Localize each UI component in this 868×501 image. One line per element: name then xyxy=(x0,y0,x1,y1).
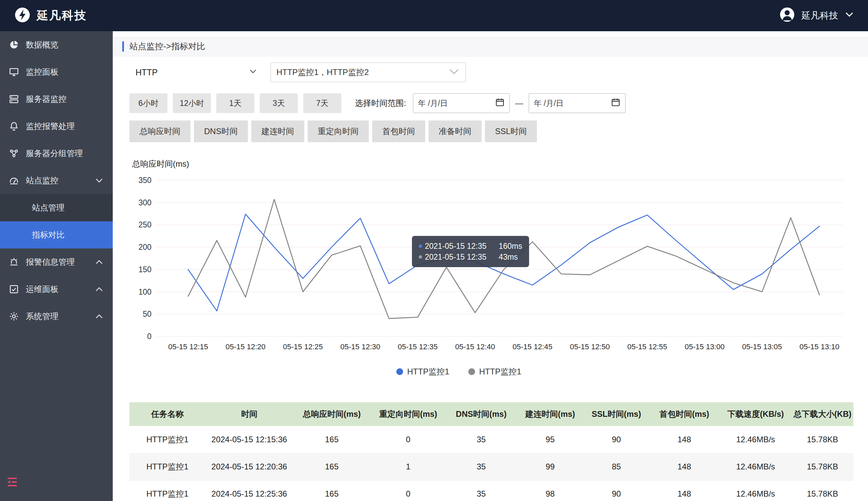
gauge-icon xyxy=(9,175,20,186)
date-end-input[interactable]: 年 /月/日 xyxy=(529,93,625,113)
time-range-label: 选择时间范围: xyxy=(355,98,406,109)
user-menu[interactable]: 延凡科技 xyxy=(779,7,855,25)
bell-icon xyxy=(9,121,20,132)
sidebar-item-server-groups[interactable]: 服务器分组管理 xyxy=(0,140,113,167)
time-range-button-0[interactable]: 6小时 xyxy=(129,93,167,113)
chevron-down-icon xyxy=(448,65,460,79)
svg-text:50: 50 xyxy=(142,310,151,318)
metric-button-6[interactable]: SSL时间 xyxy=(485,120,537,142)
tooltip-dot-icon xyxy=(419,255,422,259)
sidebar-collapse-icon[interactable] xyxy=(6,475,19,489)
sidebar-item-alarm-info[interactable]: 报警信息管理 xyxy=(0,248,113,276)
sidebar-item-server-monitor[interactable]: 服务器监控 xyxy=(0,86,113,113)
time-range-button-1[interactable]: 12小时 xyxy=(173,93,211,113)
legend-dot-icon xyxy=(468,368,475,375)
chevron-up-icon xyxy=(94,285,104,294)
date-start-input[interactable]: 年 /月/日 xyxy=(413,93,510,113)
user-name: 延凡科技 xyxy=(802,10,838,22)
table-cell: 99 xyxy=(517,453,584,480)
table-header-cell: 总响应时间(ms) xyxy=(293,402,370,426)
table-cell: 98 xyxy=(517,480,584,501)
table-cell: HTTP监控1 xyxy=(129,453,205,480)
svg-text:05-15 12:25: 05-15 12:25 xyxy=(283,342,322,351)
table-header-row: 任务名称时间总响应时间(ms)重定向时间(ms)DNS时间(ms)建连时间(ms… xyxy=(129,402,854,426)
chart-legend: HTTP监控1HTTP监控1 xyxy=(129,366,788,377)
sidebar-item-system-manage[interactable]: 系统管理 xyxy=(0,303,113,330)
tooltip-dot-icon xyxy=(419,244,422,248)
time-range-button-3[interactable]: 3天 xyxy=(260,93,298,113)
chevron-up-icon xyxy=(94,257,104,267)
sidebar-item-data-overview[interactable]: 数据概览 xyxy=(0,31,113,58)
siren-icon xyxy=(9,257,20,267)
metric-button-5[interactable]: 准备时间 xyxy=(428,120,481,142)
monitor-select[interactable]: HTTP监控1，HTTP监控2 xyxy=(271,63,466,82)
table-cell: 35 xyxy=(446,480,517,501)
metric-button-3[interactable]: 重定向时间 xyxy=(308,120,369,142)
svg-text:05-15 12:40: 05-15 12:40 xyxy=(455,342,495,351)
svg-text:05-15 12:45: 05-15 12:45 xyxy=(512,342,552,351)
svg-text:05-15 12:35: 05-15 12:35 xyxy=(398,342,437,351)
sidebar-item-ops-panel[interactable]: 运维面板 xyxy=(0,276,113,303)
table-row: HTTP监控12024-05-15 12:15:3616503595901481… xyxy=(129,426,854,453)
sidebar-subitem-label: 站点管理 xyxy=(32,202,64,213)
gear-icon xyxy=(9,311,20,322)
table-cell: 12.46MB/s xyxy=(720,426,792,453)
chevron-down-icon xyxy=(248,67,257,78)
table-cell: 148 xyxy=(649,480,720,501)
chart: 05010015020025030035005-15 12:1505-15 12… xyxy=(129,171,854,362)
table-cell: HTTP监控1 xyxy=(129,480,205,501)
metrics-table: 任务名称时间总响应时间(ms)重定向时间(ms)DNS时间(ms)建连时间(ms… xyxy=(129,402,854,501)
ops-icon xyxy=(9,284,20,295)
time-range-button-2[interactable]: 1天 xyxy=(216,93,254,113)
tooltip-row: 2021-05-15 12:3543ms xyxy=(419,252,522,263)
sidebar-subitem-site-manage[interactable]: 站点管理 xyxy=(0,194,113,221)
legend-item-0[interactable]: HTTP监控1 xyxy=(396,366,449,377)
sidebar-item-label: 服务器分组管理 xyxy=(26,148,104,159)
metric-button-0[interactable]: 总响应时间 xyxy=(129,120,191,142)
sidebar-item-alert-handling[interactable]: 监控报警处理 xyxy=(0,113,113,140)
tooltip-value: 43ms xyxy=(499,253,518,262)
protocol-select[interactable]: HTTP xyxy=(132,63,262,82)
table-header-cell: 下载速度(KB/s) xyxy=(720,402,792,426)
table-cell: 15.78KB xyxy=(792,453,854,480)
table-cell: 15.78KB xyxy=(792,426,854,453)
range-separator: — xyxy=(515,98,523,108)
pie-chart-icon xyxy=(9,39,20,50)
metric-button-1[interactable]: DNS时间 xyxy=(194,120,248,142)
table-header-cell: 建连时间(ms) xyxy=(517,402,584,426)
legend-label: HTTP监控1 xyxy=(407,366,449,377)
main-content: 站点监控->指标对比 HTTP HTTP监控1，HTTP监控2 6小时12小时1… xyxy=(113,31,868,501)
table-row: HTTP监控12024-05-15 12:20:3616513599851481… xyxy=(129,453,854,480)
sidebar-subitem-metric-compare[interactable]: 指标对比 xyxy=(0,221,113,248)
svg-text:05-15 13:10: 05-15 13:10 xyxy=(800,342,839,351)
table-cell: 148 xyxy=(649,426,720,453)
table-cell: 35 xyxy=(446,426,517,453)
chevron-down-icon xyxy=(844,10,855,22)
chart-tooltip: 2021-05-15 12:35160ms2021-05-15 12:3543m… xyxy=(412,236,529,267)
top-header: 延凡科技 延凡科技 xyxy=(0,0,868,31)
legend-item-1[interactable]: HTTP监控1 xyxy=(468,366,521,377)
metric-button-2[interactable]: 建连时间 xyxy=(251,120,304,142)
table-header-cell: 时间 xyxy=(205,402,293,426)
table-cell: 15.78KB xyxy=(792,480,854,501)
accent-bar xyxy=(122,41,124,52)
tooltip-time: 2021-05-15 12:35 xyxy=(425,242,487,251)
table-header-cell: 总下载大小(KB) xyxy=(792,402,854,426)
brand[interactable]: 延凡科技 xyxy=(13,6,87,25)
sidebar-item-site-monitor[interactable]: 站点监控 xyxy=(0,167,113,194)
breadcrumb: 站点监控->指标对比 xyxy=(129,41,205,52)
sidebar-item-monitor-panel[interactable]: 监控面板 xyxy=(0,58,113,86)
chevron-up-icon xyxy=(94,312,104,321)
table-cell: 148 xyxy=(649,453,720,480)
date-end-placeholder: 年 /月/日 xyxy=(534,98,564,109)
svg-text:300: 300 xyxy=(139,198,151,207)
chart-title: 总响应时间(ms) xyxy=(132,159,868,169)
table-row: HTTP监控12024-05-15 12:25:3616503598901481… xyxy=(129,480,854,501)
table-header-cell: 任务名称 xyxy=(129,402,205,426)
table-cell: 165 xyxy=(293,426,370,453)
time-button-group: 6小时12小时1天3天7天 xyxy=(129,93,347,113)
svg-text:05-15 12:20: 05-15 12:20 xyxy=(225,342,265,351)
time-range-button-4[interactable]: 7天 xyxy=(303,93,341,113)
sidebar-subitem-label: 指标对比 xyxy=(32,230,64,240)
metric-button-4[interactable]: 首包时间 xyxy=(372,120,425,142)
